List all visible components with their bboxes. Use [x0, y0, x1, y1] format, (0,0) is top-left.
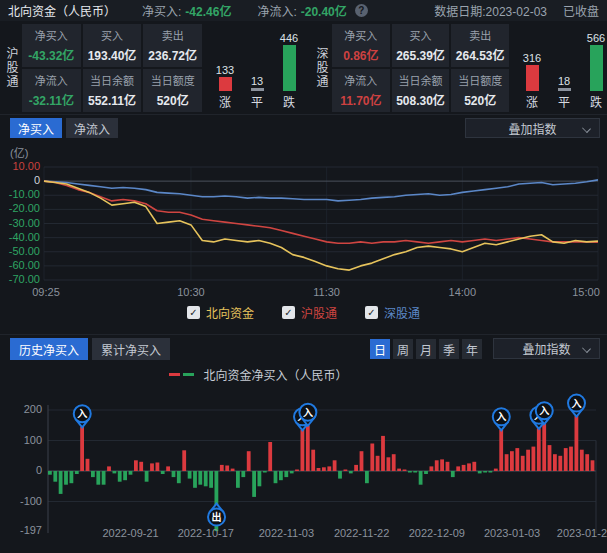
net-inflow-label: 净流入:: [257, 2, 296, 19]
history-bar: [472, 462, 476, 471]
overlay-index-dropdown-2[interactable]: 叠加指数: [493, 338, 600, 359]
history-bar: [515, 448, 519, 471]
legend-item-shengutong[interactable]: 深股通: [365, 304, 420, 321]
history-bar: [456, 466, 460, 471]
flat-count: 18平: [553, 26, 575, 110]
period-year[interactable]: 年: [462, 339, 482, 359]
x-tick-label: 2022-09-21: [102, 527, 158, 539]
y-tick-label: -100: [2, 495, 42, 507]
y-tick-label: -30.00: [0, 217, 40, 229]
history-bar: [338, 471, 342, 479]
history-bar: [349, 471, 353, 473]
history-bar: [53, 471, 57, 482]
history-bar: [575, 416, 579, 471]
overlay-index-dropdown[interactable]: 叠加指数: [465, 118, 600, 138]
series-line-沪股通: [44, 181, 598, 243]
y-tick-label: 10.00: [0, 160, 40, 172]
legend-item-northbound[interactable]: 北向资金: [187, 304, 254, 321]
board-name: 沪股通: [4, 47, 20, 89]
up-bar: [219, 77, 232, 91]
tab-net-inflow[interactable]: 净流入: [66, 118, 118, 138]
checkbox-checked-icon[interactable]: [187, 306, 200, 319]
pin-label: 出: [212, 511, 222, 523]
tab-net-buy[interactable]: 净买入: [10, 118, 62, 138]
help-icon[interactable]: ?: [355, 4, 368, 17]
intraday-line-chart[interactable]: [0, 158, 607, 290]
history-bar: [64, 471, 68, 485]
y-tick-label: -197: [2, 524, 42, 536]
history-bar: [107, 466, 111, 471]
x-tick-label: 11:30: [313, 286, 340, 298]
history-bar: [91, 471, 95, 477]
y-tick-label: -40.00: [0, 231, 40, 243]
market-status: 已收盘: [563, 2, 599, 19]
board-shengutong: 深股通 净买入0.86亿 买入265.39亿 卖出264.53亿 净流入11.7…: [300, 22, 607, 113]
period-day[interactable]: 日: [370, 339, 390, 359]
board-stats: 净买入-43.32亿 买入193.40亿 卖出236.72亿 净流入-32.11…: [22, 24, 202, 112]
marker-in-pin[interactable]: 入: [493, 408, 510, 430]
history-bar: [548, 445, 552, 471]
history-bar: [419, 471, 423, 485]
history-bar: [86, 459, 90, 471]
history-bar: [139, 462, 143, 471]
net-buy-value: -42.46亿: [185, 2, 231, 19]
stat-cell: 净买入-43.32亿: [22, 24, 81, 67]
history-bar: [521, 456, 525, 471]
history-bar: [301, 430, 305, 471]
legend-item-hugutong[interactable]: 沪股通: [282, 304, 337, 321]
board-name: 深股通: [314, 47, 330, 89]
history-bar: [403, 470, 407, 472]
red-dash-icon: [169, 373, 180, 376]
history-bar: [311, 450, 315, 471]
history-bar: [360, 451, 364, 471]
history-legend: 北向资金净买入（人民币）: [0, 366, 562, 383]
green-dash-icon: [183, 373, 194, 376]
history-bar: [494, 469, 498, 471]
down-bar: [590, 45, 603, 91]
checkbox-checked-icon[interactable]: [365, 306, 378, 319]
history-bar: [70, 471, 74, 483]
down-count: 446跌: [278, 26, 300, 110]
tab-cumulative-net-buy[interactable]: 累计净买入: [92, 338, 170, 360]
history-bar: [370, 444, 374, 471]
period-month[interactable]: 月: [416, 339, 436, 359]
history-bar: [365, 471, 369, 483]
marker-out-pin[interactable]: 出: [208, 504, 225, 526]
marker-in-pin[interactable]: 入: [568, 395, 585, 417]
x-tick-label: 2022-10-17: [178, 527, 234, 539]
history-bar: [290, 471, 294, 473]
marker-in-pin[interactable]: 入: [74, 405, 91, 427]
y-tick-label: -20.00: [0, 202, 40, 214]
history-bar: [381, 436, 385, 471]
history-bar: [580, 450, 584, 471]
series-line-深股通: [44, 180, 598, 201]
history-bar: [166, 466, 170, 471]
y-tick-label: 0: [0, 174, 40, 186]
x-tick-label: 2022-12-09: [409, 527, 465, 539]
history-bar: [327, 466, 331, 471]
history-bar: [483, 471, 487, 473]
tab-history-net-buy[interactable]: 历史净买入: [10, 338, 88, 360]
period-quarter[interactable]: 季: [439, 339, 459, 359]
history-bar: [317, 468, 321, 471]
history-bar: [499, 430, 503, 471]
history-bar: [591, 460, 595, 471]
period-week[interactable]: 周: [393, 339, 413, 359]
intraday-tabs: 净买入 净流入: [10, 118, 118, 138]
history-bar: [198, 471, 202, 485]
y-tick-label: -50.00: [0, 245, 40, 257]
history-bar: [462, 465, 466, 471]
history-bar: [284, 471, 288, 477]
history-bar: [59, 471, 63, 494]
history-bar: [102, 471, 106, 485]
history-bar: [247, 451, 251, 471]
flat-bar: [251, 88, 264, 91]
northbound-capital-panel: 北向资金（人民币） 净买入: -42.46亿 净流入: -20.40亿 ? 数据…: [0, 0, 607, 553]
history-bar: [177, 471, 181, 483]
stat-cell: 卖出264.53亿: [451, 24, 509, 67]
series-line-北向资金: [44, 181, 598, 270]
y-tick-label: -70.00: [0, 273, 40, 285]
history-bar: [333, 460, 337, 471]
history-bar-chart[interactable]: 2022-09-212022-10-172022-11-032022-11-22…: [0, 382, 607, 553]
checkbox-checked-icon[interactable]: [282, 306, 295, 319]
